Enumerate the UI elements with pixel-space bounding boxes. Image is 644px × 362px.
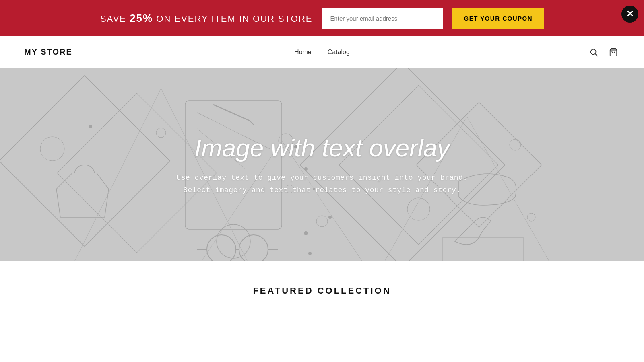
search-icon [589,48,598,57]
search-button[interactable] [588,46,600,58]
announcement-bar: SAVE 25% ON EVERY ITEM IN OUR STORE GET … [0,0,644,36]
svg-point-28 [304,231,308,235]
nav-link-catalog[interactable]: Catalog [328,49,350,56]
svg-point-16 [316,216,328,227]
svg-point-23 [89,125,92,128]
hero-subtitle: Use overlay text to give your customers … [176,172,467,196]
svg-line-21 [213,105,250,121]
svg-line-1 [595,54,597,56]
svg-point-27 [328,216,332,219]
nav-link-home[interactable]: Home [294,49,312,56]
svg-point-12 [40,137,64,161]
svg-point-29 [308,252,312,255]
hero-subtitle-line2: Select imagery and text that relates to … [183,186,460,194]
svg-point-20 [527,213,535,221]
featured-section: FEATURED COLLECTION [0,261,644,312]
hero-title: Image with text overlay [176,134,467,162]
hero-content: Image with text overlay Use overlay text… [168,134,475,196]
svg-point-30 [207,235,236,261]
header: MY STORE Home Catalog [0,36,644,68]
announcement-text: SAVE 25% ON EVERY ITEM IN OUR STORE [100,12,313,25]
logo[interactable]: MY STORE [24,47,72,57]
coupon-button[interactable]: GET YOUR COUPON [452,8,544,29]
nav: Home Catalog [294,49,350,56]
header-icons [588,46,620,58]
svg-point-13 [156,128,166,138]
announcement-highlight: 25% [130,12,153,24]
hero-section: Image with text overlay Use overlay text… [0,68,644,261]
svg-point-31 [239,235,268,261]
cart-icon [609,48,618,57]
hero-subtitle-line1: Use overlay text to give your customers … [176,174,467,182]
close-button[interactable]: ✕ [621,6,638,23]
svg-line-22 [250,121,254,125]
cart-button[interactable] [607,46,620,58]
close-icon: ✕ [626,9,634,19]
svg-point-19 [510,139,521,150]
announcement-suffix: ON EVERY ITEM IN OUR STORE [153,14,312,24]
featured-collection-title: FEATURED COLLECTION [24,286,620,296]
email-input[interactable] [322,8,443,29]
